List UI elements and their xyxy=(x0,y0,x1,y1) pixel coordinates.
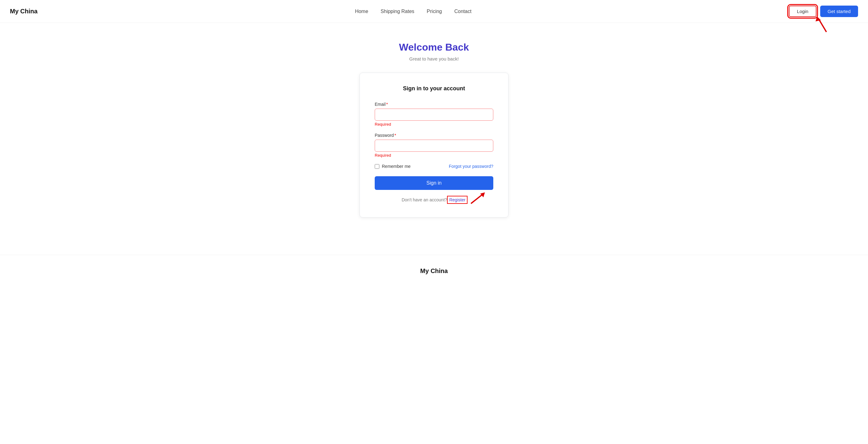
navbar-brand: My China xyxy=(10,8,37,15)
email-input[interactable] xyxy=(375,108,493,121)
password-required-star: * xyxy=(394,133,396,138)
nav-link-shipping[interactable]: Shipping Rates xyxy=(381,9,414,14)
register-row: Don't have an account? Register xyxy=(375,197,493,202)
email-group: Email* Required xyxy=(375,102,493,127)
form-options-row: Remember me Forgot your password? xyxy=(375,164,493,169)
welcome-subtitle: Great to have you back! xyxy=(409,56,459,61)
navbar-actions: Login Get started xyxy=(789,6,858,17)
main-content: Welcome Back Great to have you back! Sig… xyxy=(0,23,868,242)
sign-in-button[interactable]: Sign in xyxy=(375,176,493,190)
email-error: Required xyxy=(375,122,493,127)
navbar-nav: Home Shipping Rates Pricing Contact xyxy=(355,9,471,14)
welcome-title: Welcome Back xyxy=(399,41,469,53)
password-label: Password* xyxy=(375,133,493,138)
no-account-text: Don't have an account? xyxy=(402,197,447,202)
password-input[interactable] xyxy=(375,139,493,152)
nav-item-contact[interactable]: Contact xyxy=(454,9,471,14)
footer-brand: My China xyxy=(420,267,448,275)
password-group: Password* Required xyxy=(375,133,493,158)
login-form: Email* Required Password* Required Remem… xyxy=(375,102,493,202)
nav-item-shipping[interactable]: Shipping Rates xyxy=(381,9,414,14)
login-button[interactable]: Login xyxy=(789,6,816,17)
remember-me-text: Remember me xyxy=(382,164,411,169)
email-label: Email* xyxy=(375,102,493,107)
login-card: Sign in to your account Email* Required … xyxy=(360,73,508,218)
svg-marker-3 xyxy=(480,192,485,197)
nav-link-home[interactable]: Home xyxy=(355,9,368,14)
svg-marker-1 xyxy=(815,17,821,22)
register-arrow-annotation xyxy=(468,191,488,205)
remember-me-checkbox[interactable] xyxy=(375,164,379,169)
remember-me-label[interactable]: Remember me xyxy=(375,164,411,169)
footer: My China xyxy=(0,255,868,287)
get-started-button[interactable]: Get started xyxy=(820,6,858,17)
register-link[interactable]: Register xyxy=(448,197,466,202)
nav-link-pricing[interactable]: Pricing xyxy=(427,9,442,14)
nav-item-pricing[interactable]: Pricing xyxy=(427,9,442,14)
svg-line-2 xyxy=(471,194,483,203)
navbar: My China Home Shipping Rates Pricing Con… xyxy=(0,0,868,23)
password-error: Required xyxy=(375,153,493,158)
email-required-star: * xyxy=(386,102,388,107)
forgot-password-link[interactable]: Forgot your password? xyxy=(449,164,493,169)
nav-item-home[interactable]: Home xyxy=(355,9,368,14)
nav-link-contact[interactable]: Contact xyxy=(454,9,471,14)
card-title: Sign in to your account xyxy=(375,85,493,92)
